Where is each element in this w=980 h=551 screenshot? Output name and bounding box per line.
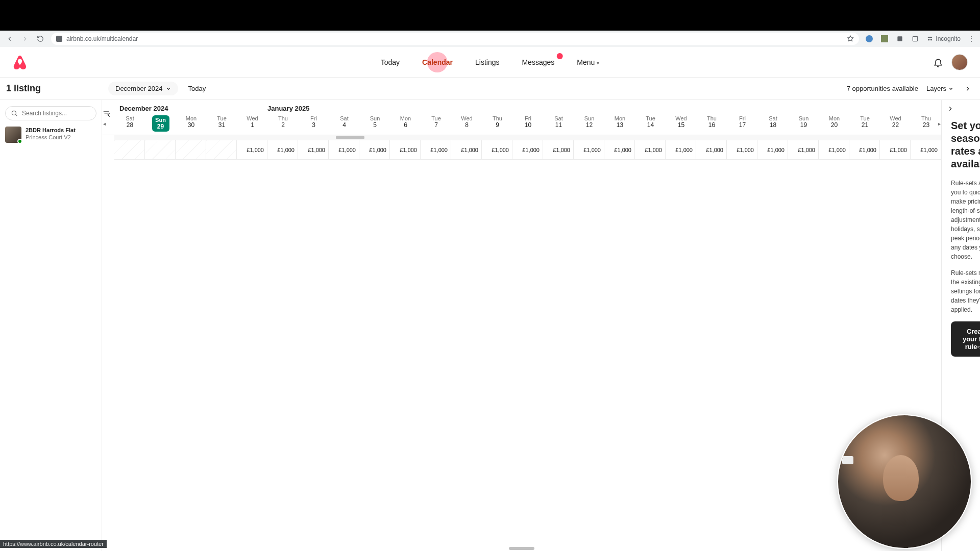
nav-calendar[interactable]: Calendar <box>417 55 458 69</box>
nav-listings[interactable]: Listings <box>470 55 504 69</box>
day-header-cell[interactable]: Mon20 <box>819 112 849 135</box>
day-header-cell[interactable]: Tue14 <box>635 112 666 135</box>
browser-forward-button[interactable] <box>20 34 30 43</box>
notifications-bell-icon[interactable] <box>933 57 943 67</box>
day-header-cell[interactable]: Tue31 <box>206 112 237 135</box>
presenter-webcam-overlay <box>837 414 972 549</box>
extension-icon[interactable] <box>880 35 889 43</box>
day-header-cell[interactable]: Sun19 <box>788 112 819 135</box>
opportunities-link[interactable]: 7 opportunities available <box>847 85 918 92</box>
price-cell[interactable]: £1,000 <box>512 140 543 159</box>
app-top-nav: TodayCalendarListingsMessagesMenu▾ <box>0 47 980 78</box>
bookmark-star-icon[interactable] <box>847 35 854 42</box>
price-cell[interactable]: £1,000 <box>757 140 788 159</box>
price-cell[interactable] <box>206 140 237 159</box>
search-field[interactable] <box>22 110 99 117</box>
listing-thumbnail <box>5 127 21 143</box>
extension-icon[interactable] <box>865 35 873 43</box>
price-cell[interactable]: £1,000 <box>849 140 880 159</box>
browser-titlebar <box>0 0 980 31</box>
price-cell[interactable]: £1,000 <box>359 140 390 159</box>
chevron-down-icon <box>948 86 953 91</box>
listing-row[interactable]: £1,000£1,000£1,000£1,000£1,000£1,000£1,0… <box>114 140 941 160</box>
day-header-cell[interactable]: Wed8 <box>451 112 482 135</box>
price-cell[interactable]: £1,000 <box>604 140 635 159</box>
day-header-cell[interactable]: Wed22 <box>880 112 911 135</box>
address-bar[interactable]: airbnb.co.uk/multicalendar <box>51 33 859 45</box>
browser-reload-button[interactable] <box>36 34 45 43</box>
price-cell[interactable]: £1,000 <box>819 140 849 159</box>
day-header-cell[interactable]: Sun5 <box>359 112 390 135</box>
price-cell[interactable]: £1,000 <box>267 140 298 159</box>
price-cell[interactable]: £1,000 <box>390 140 421 159</box>
price-cell[interactable]: £1,000 <box>666 140 696 159</box>
create-rule-set-button[interactable]: Create your first rule-set <box>951 321 980 357</box>
day-header-cell[interactable]: Tue21 <box>849 112 880 135</box>
browser-menu-button[interactable]: ⋮ <box>968 35 975 43</box>
day-header-cell[interactable]: Thu16 <box>696 112 727 135</box>
day-header-cell[interactable]: Sun29 <box>145 112 176 135</box>
price-cell[interactable]: £1,000 <box>911 140 941 159</box>
day-header-cell[interactable]: Thu9 <box>482 112 512 135</box>
price-cell[interactable]: £1,000 <box>574 140 604 159</box>
day-header-cell[interactable]: Sun12 <box>574 112 604 135</box>
scroll-left-button[interactable] <box>105 111 112 118</box>
price-cell[interactable]: £1,000 <box>237 140 267 159</box>
nav-label: Today <box>381 58 400 66</box>
price-cell[interactable]: £1,000 <box>635 140 666 159</box>
browser-toolbar: airbnb.co.uk/multicalendar Incognito ⋮ <box>0 31 980 47</box>
listing-item[interactable]: 2BDR Harrods Flat Princess Court V2 <box>5 127 96 143</box>
today-button[interactable]: Today <box>188 85 206 92</box>
day-header-cell[interactable]: Thu23 <box>911 112 941 135</box>
day-header-cell[interactable]: Sat28 <box>114 112 145 135</box>
site-info-icon[interactable] <box>56 36 62 42</box>
day-header-cell[interactable]: Sat11 <box>543 112 574 135</box>
day-header-cell[interactable]: Mon13 <box>604 112 635 135</box>
price-cell[interactable] <box>114 140 145 159</box>
extensions-puzzle-icon[interactable] <box>911 35 919 43</box>
horizontal-scrollbar[interactable] <box>114 135 941 140</box>
browser-extensions: Incognito ⋮ <box>865 35 975 43</box>
day-header-cell[interactable]: Sat4 <box>329 112 359 135</box>
layers-button[interactable]: Layers <box>926 85 953 92</box>
price-cell[interactable]: £1,000 <box>421 140 451 159</box>
month-selector[interactable]: December 2024 <box>108 82 178 95</box>
user-avatar[interactable] <box>951 54 968 70</box>
day-header-cell[interactable]: Mon30 <box>176 112 206 135</box>
scroll-thumb[interactable] <box>336 136 364 139</box>
day-header-cell[interactable]: Fri17 <box>727 112 757 135</box>
price-cell[interactable] <box>176 140 206 159</box>
day-header-cell[interactable]: Tue7 <box>421 112 451 135</box>
nav-today[interactable]: Today <box>376 55 405 69</box>
price-cell[interactable]: £1,000 <box>727 140 757 159</box>
panel-title: Set your seasonal rates and availability <box>951 119 980 170</box>
price-cell[interactable]: £1,000 <box>543 140 574 159</box>
day-header-cell[interactable]: Wed15 <box>666 112 696 135</box>
bottom-scrollbar-thumb[interactable] <box>509 547 534 550</box>
row-collapse-right-icon[interactable]: ▸ <box>937 112 941 135</box>
price-cell[interactable] <box>145 140 176 159</box>
day-header-cell[interactable]: Wed1 <box>237 112 267 135</box>
airbnb-logo-icon[interactable] <box>12 55 28 70</box>
price-cell[interactable]: £1,000 <box>329 140 359 159</box>
price-cell[interactable]: £1,000 <box>451 140 482 159</box>
price-cell[interactable]: £1,000 <box>482 140 512 159</box>
nav-menu[interactable]: Menu▾ <box>572 55 604 69</box>
day-header-cell[interactable]: Fri3 <box>298 112 329 135</box>
panel-collapse-button[interactable] <box>947 105 954 112</box>
price-cell[interactable]: £1,000 <box>880 140 911 159</box>
day-header-cell[interactable]: Mon6 <box>390 112 421 135</box>
day-header-cell[interactable]: Thu2 <box>267 112 298 135</box>
listings-sidebar: 2BDR Harrods Flat Princess Court V2 <box>0 100 102 551</box>
price-cell[interactable]: £1,000 <box>696 140 727 159</box>
browser-back-button[interactable] <box>5 34 14 43</box>
search-listings-input[interactable] <box>5 106 96 120</box>
day-header-cell[interactable]: Fri10 <box>512 112 543 135</box>
extension-icon[interactable] <box>896 35 904 43</box>
price-cell[interactable]: £1,000 <box>788 140 819 159</box>
incognito-label: Incognito <box>936 35 961 42</box>
price-cell[interactable]: £1,000 <box>298 140 329 159</box>
scroll-right-button[interactable] <box>962 83 974 95</box>
nav-messages[interactable]: Messages <box>517 55 559 69</box>
day-header-cell[interactable]: Sat18 <box>757 112 788 135</box>
